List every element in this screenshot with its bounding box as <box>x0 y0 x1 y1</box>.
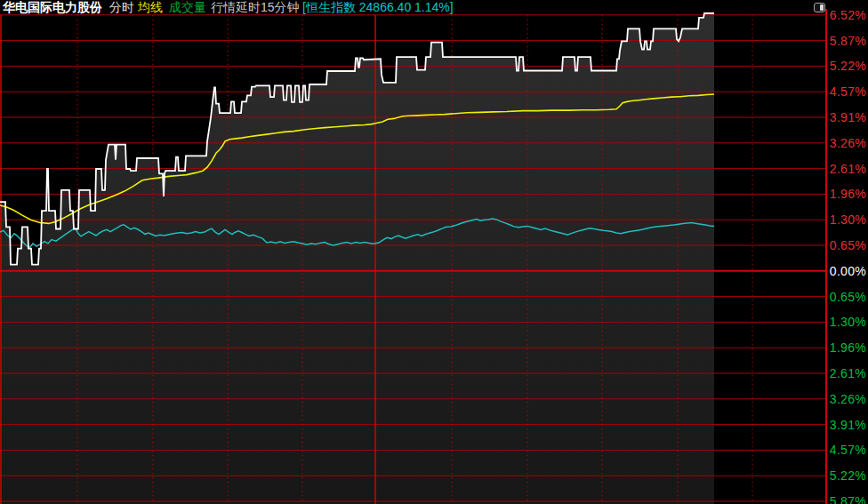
header: 华电国际电力股份 分时 均线 成交量 行情延时15分钟 [恒生指数 24866.… <box>0 0 868 16</box>
y-axis-label: 1.96% <box>808 340 866 356</box>
y-axis-label: 4.57% <box>808 442 866 458</box>
y-axis-label: 5.87% <box>808 493 866 504</box>
index-quote[interactable]: [恒生指数 24866.40 1.14%] <box>302 0 454 15</box>
chart-fill <box>0 13 714 504</box>
delay-notice: 行情延时15分钟 <box>211 0 300 15</box>
y-axis-label: 1.30% <box>808 212 866 228</box>
tab-minute-chart[interactable]: 分时 <box>109 0 134 15</box>
stock-name: 华电国际电力股份 <box>3 0 102 15</box>
intraday-chart-screen: 华电国际电力股份 分时 均线 成交量 行情延时15分钟 [恒生指数 24866.… <box>0 0 868 504</box>
tab-volume[interactable]: 成交量 <box>169 0 206 15</box>
y-axis-label: 0.00% <box>808 263 866 279</box>
y-axis-label: 5.22% <box>808 58 866 74</box>
y-axis-label: 3.26% <box>808 135 866 151</box>
y-axis-label: 5.22% <box>808 468 866 484</box>
y-axis-label: 2.61% <box>808 161 866 177</box>
y-axis-label: 3.91% <box>808 109 866 125</box>
panel-toggle-icon[interactable] <box>814 3 825 12</box>
y-axis-label: 2.61% <box>808 365 866 381</box>
y-axis-label: 5.87% <box>808 33 866 49</box>
y-axis-label: 1.30% <box>808 314 866 330</box>
y-axis-label: 0.65% <box>808 289 866 305</box>
y-axis-label: 1.96% <box>808 186 866 202</box>
y-axis-label: 3.26% <box>808 391 866 407</box>
chart-plot-area[interactable] <box>0 0 868 504</box>
tab-average-line[interactable]: 均线 <box>138 0 163 15</box>
y-axis-label: 3.91% <box>808 417 866 433</box>
y-axis-label: 4.57% <box>808 84 866 100</box>
y-axis-label: 0.65% <box>808 237 866 253</box>
